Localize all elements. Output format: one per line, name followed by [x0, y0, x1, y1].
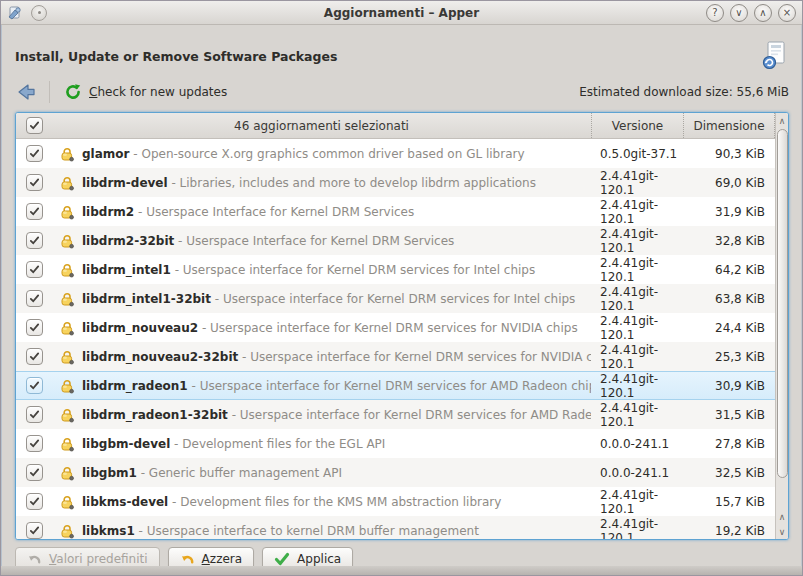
package-description: Userspace interface to kernel DRM buffer…	[147, 524, 479, 538]
check-icon	[29, 380, 40, 391]
row-checkbox[interactable]	[26, 232, 43, 249]
package-name: libdrm_nouveau2-32bit	[82, 350, 238, 364]
table-row[interactable]: libkms-devel - Development files for the…	[16, 487, 775, 516]
apper-updates-icon	[759, 39, 789, 73]
check-updates-label: Check for new updates	[89, 85, 227, 99]
name-desc-separator: -	[198, 321, 210, 335]
package-version: 0.5.0git-37.1	[591, 147, 683, 161]
check-icon	[29, 496, 40, 507]
table-row[interactable]: libdrm2-32bit - Userspace Interface for …	[16, 226, 775, 255]
check-icon	[29, 409, 40, 420]
table-row[interactable]: libdrm-devel - Libraries, includes and m…	[16, 168, 775, 197]
table-header: 46 aggiornamenti selezionati Versione Di…	[16, 113, 775, 139]
table-row[interactable]: libdrm_nouveau2 - Userspace interface fo…	[16, 313, 775, 342]
row-checkbox[interactable]	[26, 377, 43, 394]
package-size: 25,3 KiB	[683, 350, 775, 364]
check-icon	[29, 264, 40, 275]
row-checkbox[interactable]	[26, 435, 43, 452]
check-updates-button[interactable]: Check for new updates	[60, 81, 231, 103]
row-checkbox[interactable]	[26, 319, 43, 336]
check-icon	[29, 148, 40, 159]
scrollbar-thumb[interactable]	[777, 129, 788, 478]
row-checkbox[interactable]	[26, 203, 43, 220]
check-icon	[29, 206, 40, 217]
defaults-label: Valori predefiniti	[49, 552, 148, 566]
scrollbar-track[interactable]	[776, 128, 788, 509]
package-description: Userspace Interface for Kernel DRM Servi…	[146, 205, 414, 219]
select-all-checkbox[interactable]	[26, 117, 43, 134]
row-checkbox[interactable]	[26, 348, 43, 365]
check-icon	[29, 438, 40, 449]
package-lock-icon	[59, 320, 75, 336]
scroll-up2-icon[interactable]: ∧	[776, 509, 788, 524]
row-checkbox[interactable]	[26, 174, 43, 191]
row-checkbox[interactable]	[26, 406, 43, 423]
row-checkbox[interactable]	[26, 290, 43, 307]
table-row[interactable]: libgbm-devel - Development files for the…	[16, 429, 775, 458]
package-name: libdrm_intel1	[82, 263, 171, 277]
vertical-scrollbar[interactable]: ∧ ∧ ∨	[775, 113, 788, 539]
package-size: 64,2 KiB	[683, 263, 775, 277]
name-desc-separator: -	[188, 379, 200, 393]
package-version: 2.4.41git-120.1	[591, 285, 683, 313]
table-row[interactable]: libdrm_radeon1-32bit - Userspace interfa…	[16, 400, 775, 429]
titlebar[interactable]: Aggiornamenti – Apper ? ∨ ∧ ×	[1, 1, 802, 25]
package-lock-icon	[59, 262, 75, 278]
name-desc-separator: -	[174, 234, 186, 248]
package-size: 31,9 KiB	[683, 205, 775, 219]
package-name: libkms-devel	[82, 495, 168, 509]
check-icon	[29, 120, 40, 131]
row-checkbox[interactable]	[26, 464, 43, 481]
check-icon	[29, 235, 40, 246]
reset-label: Azzera	[202, 552, 243, 566]
package-name: libgbm-devel	[82, 437, 170, 451]
package-description: Userspace interface for Kernel DRM servi…	[240, 408, 591, 422]
table-row[interactable]: glamor - Open-source X.org graphics comm…	[16, 139, 775, 168]
package-lock-icon	[59, 407, 75, 423]
package-size: 32,8 KiB	[683, 234, 775, 248]
table-row[interactable]: libdrm2 - Userspace Interface for Kernel…	[16, 197, 775, 226]
package-description: Userspace interface for Kernel DRM servi…	[250, 350, 591, 364]
maximize-button[interactable]: ∧	[754, 4, 772, 22]
table-row[interactable]: libdrm_intel1 - Userspace interface for …	[16, 255, 775, 284]
package-version: 2.4.41git-120.1	[591, 343, 683, 371]
package-size: 24,4 KiB	[683, 321, 775, 335]
restore-defaults-icon	[27, 552, 42, 567]
package-lock-icon	[59, 378, 75, 394]
row-checkbox[interactable]	[26, 493, 43, 510]
table-row[interactable]: libgbm1 - Generic buffer management API …	[16, 458, 775, 487]
name-desc-separator: -	[171, 263, 183, 277]
check-icon	[29, 467, 40, 478]
apply-label: Applica	[297, 552, 341, 566]
table-row[interactable]: libdrm_nouveau2-32bit - Userspace interf…	[16, 342, 775, 371]
table-row[interactable]: libdrm_intel1-32bit - Userspace interfac…	[16, 284, 775, 313]
help-button[interactable]: ?	[706, 4, 724, 22]
check-icon	[29, 293, 40, 304]
row-checkbox[interactable]	[26, 261, 43, 278]
table-row[interactable]: libdrm_radeon1 - Userspace interface for…	[16, 371, 775, 400]
apper-window: Aggiornamenti – Apper ? ∨ ∧ × Install, U…	[0, 0, 803, 576]
package-lock-icon	[59, 436, 75, 452]
header-version-column[interactable]: Versione	[591, 113, 683, 138]
row-checkbox[interactable]	[26, 522, 43, 539]
row-checkbox[interactable]	[26, 145, 43, 162]
close-button[interactable]: ×	[778, 4, 796, 22]
header-selected-count[interactable]: 46 aggiornamenti selezionati	[52, 119, 591, 133]
back-button[interactable]	[15, 82, 37, 102]
package-lock-icon	[59, 204, 75, 220]
refresh-icon	[64, 83, 82, 101]
package-description: Userspace interface for Kernel DRM servi…	[183, 263, 535, 277]
package-name: libdrm_radeon1-32bit	[82, 408, 228, 422]
package-size: 15,7 KiB	[683, 495, 775, 509]
package-version: 2.4.41git-120.1	[591, 372, 683, 400]
package-description: Development files for the EGL API	[182, 437, 385, 451]
table-row[interactable]: libkms1 - Userspace interface to kernel …	[16, 516, 775, 539]
package-size: 90,3 KiB	[683, 147, 775, 161]
header-size-column[interactable]: Dimensione	[683, 113, 775, 138]
scroll-up-icon[interactable]: ∧	[776, 113, 788, 128]
window-menu-button[interactable]	[31, 5, 47, 21]
name-desc-separator: -	[170, 437, 182, 451]
shade-button[interactable]: ∨	[730, 4, 748, 22]
scroll-down-icon[interactable]: ∨	[776, 524, 788, 539]
package-version: 2.4.41git-120.1	[591, 488, 683, 516]
